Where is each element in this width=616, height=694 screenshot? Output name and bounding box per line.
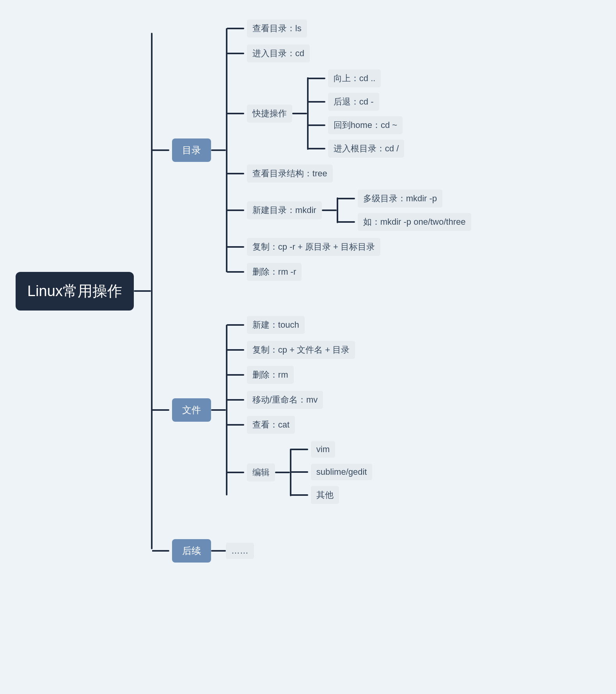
dir-cp[interactable]: 复制：cp -r + 原目录 + 目标目录 (247, 238, 380, 256)
edit-vim[interactable]: vim (311, 441, 335, 458)
mkdir-p[interactable]: 多级目录：mkdir -p (358, 190, 442, 208)
connector (308, 148, 325, 149)
file-fork: 新建：touch 复制：cp + 文件名 + 目录 删除：rm 移动/重命名：m… (211, 316, 373, 504)
connector (227, 424, 244, 426)
shortcut-home[interactable]: 回到home：cd ~ (328, 116, 403, 134)
connector (227, 246, 244, 248)
connector (211, 409, 226, 411)
connector (227, 53, 244, 54)
more-node[interactable]: 后续 (172, 539, 211, 563)
file-node[interactable]: 文件 (172, 398, 211, 422)
connector (291, 471, 308, 473)
connector (308, 78, 325, 79)
more-etc[interactable]: …… (226, 543, 254, 559)
connector (307, 77, 309, 150)
shortcut-back[interactable]: 后退：cd - (328, 93, 379, 111)
connector (338, 221, 355, 223)
branch-dir: 目录 查看目录：ls 进入目录：cd 快捷操作 (153, 20, 471, 281)
dir-ls[interactable]: 查看目录：ls (247, 20, 307, 37)
connector (308, 124, 325, 126)
mkdir-fork: 多级目录：mkdir -p 如：mkdir -p one/two/three (322, 190, 471, 231)
connector (152, 550, 169, 552)
connector (227, 472, 244, 473)
connector (151, 33, 153, 549)
connector (134, 290, 151, 292)
connector (227, 113, 244, 114)
connector (227, 209, 244, 211)
connector (227, 374, 244, 376)
branch-more: 后续 …… (153, 539, 471, 563)
file-mv[interactable]: 移动/重命名：mv (247, 391, 323, 409)
connector (227, 324, 244, 326)
more-fork: …… (211, 542, 254, 559)
edit-fork: vim sublime/gedit 其他 (275, 441, 373, 504)
connector (338, 198, 355, 199)
file-cp[interactable]: 复制：cp + 文件名 + 目录 (247, 341, 355, 359)
edit-other[interactable]: 其他 (311, 486, 339, 504)
connector (275, 472, 290, 473)
dir-fork: 查看目录：ls 进入目录：cd 快捷操作 向上：cd .. (211, 20, 471, 281)
dir-mkdir[interactable]: 新建目录：mkdir (247, 201, 322, 219)
shortcut-root[interactable]: 进入根目录：cd / (328, 140, 404, 158)
connector (291, 494, 308, 496)
mkdir-eg[interactable]: 如：mkdir -p one/two/three (358, 213, 471, 231)
connector (227, 399, 244, 401)
connector (152, 149, 169, 151)
dir-shortcut[interactable]: 快捷操作 (247, 105, 292, 122)
dir-rm[interactable]: 删除：rm -r (247, 263, 302, 281)
shortcut-up[interactable]: 向上：cd .. (328, 69, 381, 87)
file-cat[interactable]: 查看：cat (247, 416, 295, 434)
mindmap: Linux常用操作 目录 查看目录：ls 进入目录：cd (16, 20, 600, 563)
dir-cd[interactable]: 进入目录：cd (247, 44, 310, 62)
dir-tree[interactable]: 查看目录结构：tree (247, 165, 333, 183)
connector (227, 271, 244, 273)
shortcut-fork: 向上：cd .. 后退：cd - 回到home：cd ~ 进入根目录：cd / (292, 69, 404, 158)
dir-node[interactable]: 目录 (172, 138, 211, 162)
root-fork: 目录 查看目录：ls 进入目录：cd 快捷操作 (134, 20, 471, 563)
connector (322, 209, 337, 211)
branch-file: 文件 新建：touch 复制：cp + 文件名 + 目录 删除：rm 移动/重命… (153, 316, 471, 504)
connector (308, 101, 325, 103)
connector (292, 113, 307, 114)
connector (211, 550, 226, 552)
connector (226, 28, 227, 272)
connector (337, 197, 338, 223)
root-node[interactable]: Linux常用操作 (16, 272, 134, 311)
file-rm[interactable]: 删除：rm (247, 366, 294, 384)
connector (227, 28, 244, 29)
connector (152, 409, 169, 411)
file-touch[interactable]: 新建：touch (247, 316, 305, 334)
connector (227, 173, 244, 174)
connector (211, 149, 226, 151)
file-edit[interactable]: 编辑 (247, 463, 275, 481)
connector (227, 349, 244, 351)
edit-sublime[interactable]: sublime/gedit (311, 464, 373, 480)
connector (291, 449, 308, 450)
